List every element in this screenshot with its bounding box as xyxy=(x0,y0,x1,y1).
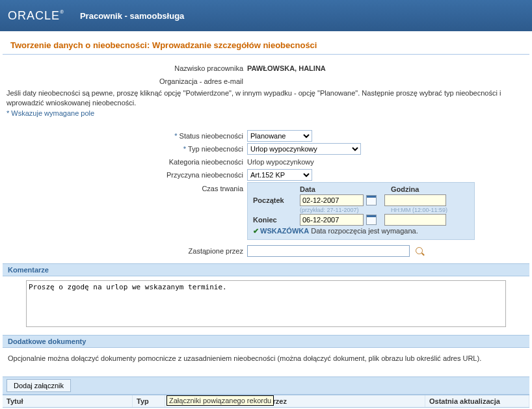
duration-label: Czas trwania xyxy=(0,182,247,192)
end-time-input[interactable] xyxy=(384,214,446,226)
replaced-by-input[interactable] xyxy=(247,245,410,257)
instructions-text: Jeśli daty nieobecności są pewne, proszę… xyxy=(0,88,532,109)
required-field-note: * Wskazuje wymagane pole xyxy=(0,109,532,129)
comments-section-header: Komentarze xyxy=(3,263,529,276)
tip-line: ✔WSKAZÓWKA Data rozpoczęcia jest wymagan… xyxy=(253,227,469,235)
date-example-hint: (przykład: 27-11-2007) xyxy=(300,207,391,213)
time-column-header: Godzina xyxy=(391,185,462,193)
employee-name-label: Nazwisko pracownika xyxy=(0,64,247,72)
tooltip: Załączniki powiązanego rekordu xyxy=(166,395,274,406)
documents-description: Opcjonalnie można dołączyć dokumenty pom… xyxy=(0,352,532,376)
date-column-header: Data xyxy=(300,185,391,193)
attachments-table-header: Tytuł Typ Opis Ostatnio aktualizowane pr… xyxy=(3,395,529,408)
status-select[interactable]: Planowane xyxy=(247,130,312,142)
oracle-logo: ORACLE® xyxy=(8,9,64,23)
th-title: Tytuł xyxy=(3,395,133,407)
check-icon: ✔ xyxy=(253,227,259,235)
time-example-hint: HH:MM (12:00-11:59) xyxy=(391,207,447,213)
th-updated-at: Ostatnia aktualizacja xyxy=(425,395,529,407)
documents-section-header: Dodatkowe dokumenty xyxy=(3,335,529,348)
search-icon[interactable] xyxy=(416,247,425,256)
attachment-toolbar: Dodaj załącznik xyxy=(3,376,529,395)
category-value: Urlop wypoczynkowy xyxy=(247,158,532,166)
calendar-icon[interactable] xyxy=(366,195,377,205)
employee-email-label: Organizacja - adres e-mail xyxy=(0,77,247,85)
status-label: * Status nieobecności xyxy=(0,132,247,140)
app-header: ORACLE® Pracownik - samoobsługa xyxy=(0,0,532,31)
end-date-input[interactable] xyxy=(300,214,364,226)
start-time-input[interactable] xyxy=(384,194,446,206)
add-attachment-button[interactable]: Dodaj załącznik xyxy=(7,379,71,392)
comments-textarea[interactable]: Proszę o zgodę na urlop we wskazanym ter… xyxy=(26,280,506,327)
reason-label: Przyczyna nieobecności xyxy=(0,171,247,179)
calendar-icon[interactable] xyxy=(366,215,377,225)
category-label: Kategoria nieobecności xyxy=(0,158,247,166)
type-label: * Typ nieobecności xyxy=(0,145,247,153)
th-type: Typ xyxy=(133,395,165,407)
end-label: Koniec xyxy=(253,216,300,224)
header-subtitle: Pracownik - samoobsługa xyxy=(80,11,184,21)
reason-select[interactable]: Art.152 KP xyxy=(247,169,312,181)
page-title: Tworzenie danych o nieobecności: Wprowad… xyxy=(3,31,529,55)
start-date-input[interactable] xyxy=(300,194,364,206)
replaced-by-label: Zastąpione przez xyxy=(0,247,247,255)
employee-name-value: PAWŁOWSKA, HALINA xyxy=(247,64,532,72)
start-label: Początek xyxy=(253,196,300,204)
duration-panel: Data Godzina Początek (przykład: 27-11-2… xyxy=(247,182,475,240)
type-select[interactable]: Urlop wypoczynkowy xyxy=(247,143,361,155)
